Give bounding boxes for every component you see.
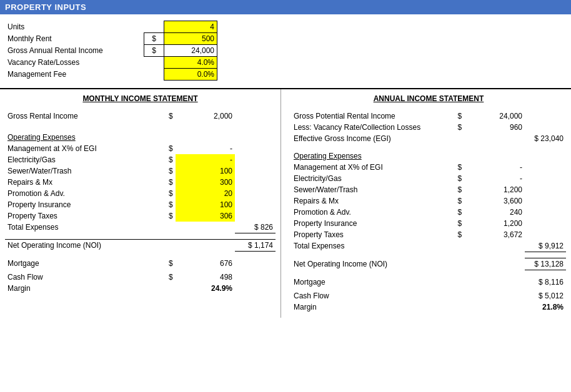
monthly-total-expenses-label: Total Expenses [5, 222, 154, 233]
monthly-section: MONTHLY INCOME STATEMENT Gross Rental In… [0, 89, 281, 318]
monthly-total-dollar: $ [254, 223, 259, 232]
operating-expenses-label: Operating Expenses [5, 132, 154, 143]
input-row: Gross Annual Rental Income$24,000 [5, 45, 217, 57]
annual-egi-row: Effective Gross Income (EGI) $ 23,040 [291, 133, 566, 144]
input-dollar [144, 69, 164, 81]
annual-egi-dollar: $ [534, 134, 539, 143]
monthly-mortgage-dollar: $ [154, 258, 176, 269]
annual-vacancy-dollar: $ [442, 122, 464, 133]
annual-vacancy-label: Less: Vacancy Rate/Collection Losses [291, 122, 442, 133]
annual-op-exp-header: Operating Expenses [291, 150, 566, 162]
monthly-expense-row: Electricity/Gas$- [5, 154, 276, 165]
input-row: Management Fee0.0% [5, 69, 217, 81]
monthly-mortgage-row: Mortgage $ 676 [5, 258, 276, 269]
input-dollar: $ [144, 45, 164, 57]
monthly-expense-row: Repairs & Mx$300 [5, 177, 276, 188]
input-value[interactable]: 4 [164, 21, 217, 33]
annual-cashflow-dollar: $ [539, 292, 543, 300]
annual-cashflow-label: Cash Flow [291, 290, 442, 301]
annual-margin-value: 21.8% [525, 301, 566, 313]
annual-mortgage-value: 8,116 [545, 278, 564, 287]
annual-expense-row: Management at X% of EGI$- [291, 162, 566, 173]
operating-expenses-header-row: Operating Expenses [5, 132, 276, 143]
monthly-cashflow-dollar: $ [154, 272, 176, 283]
annual-total-value: 9,912 [545, 242, 564, 250]
input-value[interactable]: 500 [164, 33, 217, 45]
input-row: Vacancy Rate/Losses4.0% [5, 57, 217, 69]
input-value[interactable]: 4.0% [164, 57, 217, 69]
monthly-expense-row: Sewer/Water/Trash$100 [5, 165, 276, 177]
monthly-title: MONTHLY INCOME STATEMENT [5, 94, 276, 103]
annual-mortgage-dollar: $ [539, 278, 543, 287]
annual-vacancy-row: Less: Vacancy Rate/Collection Losses $ 9… [291, 122, 566, 133]
annual-margin-label: Margin [291, 301, 442, 313]
annual-expense-row: Promotion & Adv.$240 [291, 207, 566, 218]
annual-mortgage-label: Mortgage [291, 277, 442, 288]
monthly-total-expenses-row: Total Expenses $ 826 [5, 222, 276, 233]
gross-rental-label: Gross Rental Income [5, 110, 154, 122]
monthly-margin-value: 24.9% [176, 283, 235, 294]
property-inputs-section: Units4Monthly Rent$500Gross Annual Renta… [0, 14, 571, 88]
monthly-margin-row: Margin 24.9% [5, 283, 276, 294]
annual-gross-rental-label: Gross Potential Rental Income [291, 110, 442, 122]
annual-cashflow-row: Cash Flow $ 5,012 [291, 290, 566, 301]
input-label: Gross Annual Rental Income [5, 45, 144, 57]
gross-rental-row: Gross Rental Income $ 2,000 [5, 110, 276, 122]
monthly-income-table: Gross Rental Income $ 2,000 Operating Ex… [5, 110, 276, 294]
annual-expense-row: Property Insurance$1,200 [291, 218, 566, 229]
annual-expense-row: Property Taxes$3,672 [291, 229, 566, 240]
input-dollar [144, 57, 164, 69]
monthly-margin-label: Margin [5, 283, 154, 294]
annual-gross-rental-row: Gross Potential Rental Income $ 24,000 [291, 110, 566, 122]
input-label: Vacancy Rate/Losses [5, 57, 144, 69]
annual-noi-dollar: $ [534, 260, 539, 268]
page-header: PROPERTY INPUTS [0, 0, 571, 14]
monthly-cashflow-row: Cash Flow $ 498 [5, 272, 276, 283]
input-label: Units [5, 21, 144, 33]
annual-mortgage-row: Mortgage $ 8,116 [291, 277, 566, 288]
annual-cashflow-value: 5,012 [545, 292, 564, 300]
input-label: Monthly Rent [5, 33, 144, 45]
monthly-expense-row: Management at X% of EGI$- [5, 143, 276, 154]
monthly-expense-row: Property Insurance$100 [5, 199, 276, 210]
annual-gross-rental-dollar: $ [442, 110, 464, 122]
annual-expense-row: Electricity/Gas$- [291, 173, 566, 184]
monthly-expense-row: Promotion & Adv.$20 [5, 188, 276, 199]
monthly-noi-dollar: $ [248, 241, 252, 250]
input-value: 24,000 [164, 45, 217, 57]
annual-noi-row: Net Operating Income (NOI) $ 13,128 [291, 258, 566, 270]
monthly-noi-label: Net Operating Income (NOI) [5, 240, 154, 252]
annual-title: ANNUAL INCOME STATEMENT [291, 94, 566, 103]
annual-expense-row: Repairs & Mx$3,600 [291, 195, 566, 207]
annual-vacancy-value: 960 [464, 122, 525, 133]
monthly-expense-row: Property Taxes$306 [5, 210, 276, 222]
input-row: Monthly Rent$500 [5, 33, 217, 45]
annual-noi-label: Net Operating Income (NOI) [291, 258, 442, 270]
annual-total-expenses-row: Total Expenses $ 9,912 [291, 240, 566, 252]
monthly-total-value: 826 [261, 223, 273, 232]
annual-section: ANNUAL INCOME STATEMENT Gross Potential … [281, 89, 571, 318]
statements-section: MONTHLY INCOME STATEMENT Gross Rental In… [0, 89, 571, 318]
annual-egi-value: 23,040 [540, 134, 564, 143]
gross-rental-dollar: $ [154, 110, 176, 122]
input-dollar [144, 21, 164, 33]
annual-total-dollar: $ [539, 242, 543, 250]
annual-margin-row: Margin 21.8% [291, 301, 566, 313]
input-row: Units4 [5, 21, 217, 33]
annual-total-expenses-label: Total Expenses [291, 240, 442, 252]
monthly-noi-row: Net Operating Income (NOI) $ 1,174 [5, 240, 276, 252]
annual-income-table: Gross Potential Rental Income $ 24,000 L… [291, 110, 566, 313]
monthly-noi-value: 1,174 [254, 241, 273, 250]
annual-expense-row: Sewer/Water/Trash$1,200 [291, 184, 566, 195]
monthly-mortgage-value: 676 [176, 258, 235, 269]
monthly-cashflow-label: Cash Flow [5, 272, 154, 283]
annual-operating-expenses-label: Operating Expenses [291, 150, 442, 162]
monthly-cashflow-value: 498 [176, 272, 235, 283]
input-value[interactable]: 0.0% [164, 69, 217, 81]
input-label: Management Fee [5, 69, 144, 81]
annual-egi-label: Effective Gross Income (EGI) [291, 133, 442, 144]
monthly-mortgage-label: Mortgage [5, 258, 154, 269]
header-title: PROPERTY INPUTS [5, 2, 86, 12]
annual-noi-value: 13,128 [540, 260, 564, 268]
inputs-table: Units4Monthly Rent$500Gross Annual Renta… [5, 21, 217, 81]
